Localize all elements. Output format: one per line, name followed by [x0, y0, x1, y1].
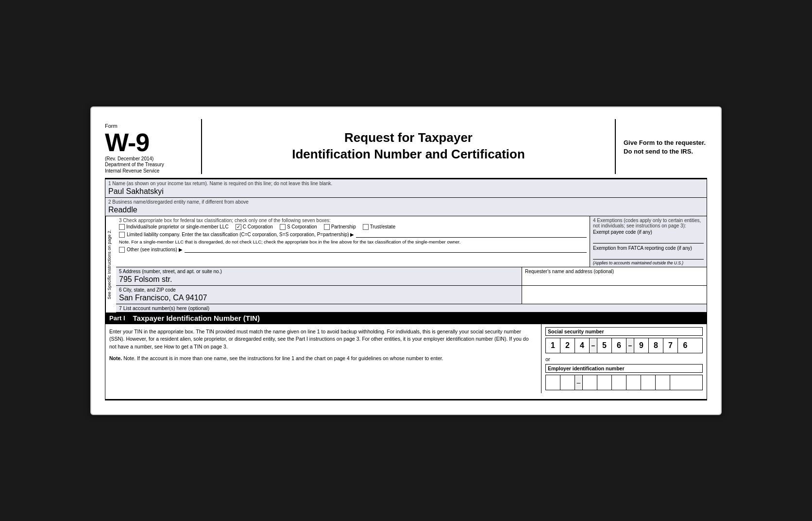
- ssn-boxes: 1 2 4 – 5 6 – 9 8 7 6: [545, 338, 703, 353]
- exempt-payee-line: [593, 236, 704, 243]
- checkbox-trust-label: Trust/estate: [370, 224, 395, 229]
- checkbox-scorp-label: S Corporation: [287, 224, 317, 229]
- address5-row: 5 Address (number, street, and apt. or s…: [116, 267, 707, 286]
- form-content-area: 3 Check appropriate box for federal tax …: [116, 216, 707, 313]
- ein-d7[interactable]: [641, 375, 656, 390]
- ein-d4[interactable]: [597, 375, 612, 390]
- checkbox-trust[interactable]: Trust/estate: [363, 224, 395, 230]
- address6-cell: 6 City, state, and ZIP code San Francisc…: [116, 286, 522, 304]
- part1-note: Note. Note. If the account is in more th…: [109, 355, 537, 363]
- other-label: Other (see instructions) ▶: [127, 247, 183, 252]
- field1-cell: 1 Name (as shown on your income tax retu…: [105, 179, 707, 197]
- form-body: 1 Name (as shown on your income tax retu…: [105, 179, 707, 400]
- form-dept2: Internal Revenue Service: [105, 168, 193, 174]
- llc-row: Limited liability company. Enter the tax…: [119, 232, 587, 238]
- ssn-d9[interactable]: 6: [678, 338, 693, 353]
- part1-text: Enter your TIN in the appropriate box. T…: [109, 328, 537, 351]
- ssn-d5[interactable]: 6: [612, 338, 626, 353]
- ssn-d4[interactable]: 5: [597, 338, 612, 353]
- field5-label: 5 Address (number, street, and apt. or s…: [119, 269, 519, 274]
- field2-row: 2 Business name/disregarded entity name,…: [105, 198, 707, 216]
- part1-body: Enter your TIN in the appropriate box. T…: [105, 324, 707, 393]
- fatca-label: Exemption from FATCA reporting code (if …: [593, 245, 704, 251]
- ein-boxes: –: [545, 375, 703, 390]
- requester-label: Requester's name and address (optional): [525, 269, 704, 274]
- ssn-d6[interactable]: 9: [634, 338, 649, 353]
- checkbox-scorp-box[interactable]: [280, 224, 286, 230]
- form-header-center: Request for Taxpayer Identification Numb…: [202, 119, 615, 174]
- requester-cont-cell: [522, 286, 707, 304]
- other-row: Other (see instructions) ▶: [119, 247, 587, 253]
- field6-label: 6 City, state, and ZIP code: [119, 287, 519, 293]
- classification-left: 3 Check appropriate box for federal tax …: [116, 216, 590, 267]
- classification-right: 4 Exemptions (codes apply only to certai…: [590, 216, 707, 267]
- ein-d6[interactable]: [626, 375, 641, 390]
- field7-row: 7 List account number(s) here (optional): [116, 304, 707, 313]
- ssn-d2[interactable]: 2: [560, 338, 575, 353]
- ssn-dash1: –: [590, 338, 597, 353]
- field5-value: 795 Folsom str.: [119, 274, 519, 284]
- fatca-note: (Applies to accounts maintained outside …: [593, 260, 704, 265]
- bottom-line: [105, 399, 707, 400]
- part1-title: Taxpayer Identification Number (TIN): [133, 314, 260, 322]
- address6-row: 6 City, state, and ZIP code San Francisc…: [116, 286, 707, 304]
- form-rev: (Rev. December 2014): [105, 156, 193, 161]
- field2-value: Readdle: [108, 205, 704, 214]
- ssn-d3[interactable]: 4: [575, 338, 590, 353]
- ein-d2[interactable]: [560, 375, 575, 390]
- ssn-label: Social security number: [545, 327, 703, 336]
- ein-d5[interactable]: [612, 375, 626, 390]
- checkbox-trust-box[interactable]: [363, 224, 369, 230]
- other-line: [185, 247, 587, 253]
- part1-right: Social security number 1 2 4 – 5 6 – 9 8…: [541, 324, 707, 393]
- ein-dash: –: [575, 375, 583, 390]
- ssn-d8[interactable]: 7: [663, 338, 678, 353]
- llc-line: [356, 232, 587, 238]
- checkbox-row: Individual/sole proprietor or single-mem…: [119, 224, 587, 230]
- field2-cell: 2 Business name/disregarded entity name,…: [105, 198, 707, 216]
- checkbox-individual-label: Individual/sole proprietor or single-mem…: [126, 224, 229, 229]
- form-label: Form: [105, 123, 118, 129]
- field6-value: San Francisco, CA 94107: [119, 293, 519, 302]
- w9-form: Form W-9 (Rev. December 2014) Department…: [90, 106, 722, 415]
- checkbox-partnership-box[interactable]: [324, 224, 330, 230]
- fatca-line: [593, 252, 704, 260]
- give-form-text: Give Form to the requester. Do not send …: [624, 139, 707, 156]
- form-header-right: Give Form to the requester. Do not send …: [615, 119, 707, 174]
- checkbox-ccorp-label: C Corporation: [243, 224, 273, 229]
- checkbox-individual[interactable]: Individual/sole proprietor or single-mem…: [119, 224, 229, 230]
- checkbox-other-box[interactable]: [119, 247, 125, 253]
- field3-label: 3 Check appropriate box for federal tax …: [119, 218, 587, 223]
- address5-cell: 5 Address (number, street, and apt. or s…: [116, 267, 522, 285]
- ein-d3[interactable]: [583, 375, 597, 390]
- ein-d9[interactable]: [670, 375, 685, 390]
- field1-label: 1 Name (as shown on your income tax retu…: [108, 181, 704, 186]
- part1-left: Enter your TIN in the appropriate box. T…: [105, 324, 541, 393]
- or-text: or: [545, 356, 703, 362]
- field7-label: 7 List account number(s) here (optional): [119, 305, 209, 311]
- checkbox-llc-box[interactable]: [119, 232, 125, 238]
- field1-row: 1 Name (as shown on your income tax retu…: [105, 179, 707, 198]
- ein-label: Employer identification number: [545, 364, 703, 373]
- form-main-area: See Specific Instructions on page 2. 3 C…: [105, 216, 707, 313]
- checkbox-scorp[interactable]: S Corporation: [280, 224, 317, 230]
- form-dept1: Department of the Treasury: [105, 161, 193, 168]
- field1-value: Paul Sakhatskyi: [108, 186, 704, 196]
- checkbox-ccorp-box[interactable]: ✓: [236, 224, 241, 230]
- field4-label: 4 Exemptions (codes apply only to certai…: [593, 218, 704, 228]
- form-main-title: Request for Taxpayer Identification Numb…: [292, 130, 525, 163]
- checkbox-ccorp[interactable]: ✓ C Corporation: [236, 224, 273, 230]
- checkbox-partnership[interactable]: Partnership: [324, 224, 356, 230]
- checkbox-individual-box[interactable]: [119, 224, 125, 230]
- ein-d1[interactable]: [546, 375, 560, 390]
- field2-label: 2 Business name/disregarded entity name,…: [108, 199, 704, 205]
- checkbox-partnership-label: Partnership: [331, 224, 356, 229]
- exempt-payee-label: Exempt payee code (if any): [593, 229, 704, 235]
- ein-d8[interactable]: [656, 375, 670, 390]
- classification-row: 3 Check appropriate box for federal tax …: [116, 216, 707, 267]
- form-title-left: Form W-9 (Rev. December 2014) Department…: [105, 119, 202, 174]
- ssn-dash2: –: [626, 338, 634, 353]
- ssn-d7[interactable]: 8: [649, 338, 663, 353]
- form-header: Form W-9 (Rev. December 2014) Department…: [105, 119, 707, 179]
- ssn-d1[interactable]: 1: [546, 338, 560, 353]
